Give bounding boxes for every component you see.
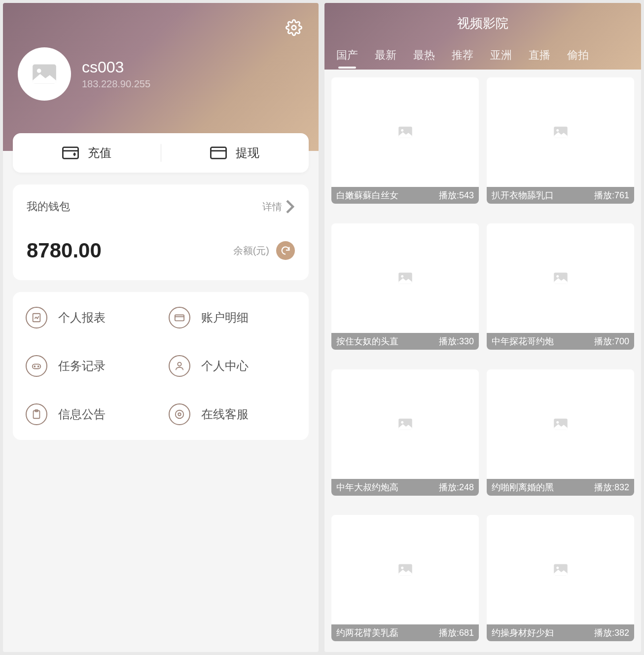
svg-rect-5 [211,147,226,159]
svg-point-12 [38,366,39,367]
svg-point-33 [556,567,559,569]
svg-rect-10 [33,364,41,368]
svg-point-0 [292,26,296,30]
theatre-panel: 视频影院 国产最新最热推荐亚洲直播偷拍 白嫩蘇蘇白丝女播放:543扒开衣物舔乳口… [324,3,641,652]
video-card[interactable]: 扒开衣物舔乳口播放:761 [487,77,634,204]
video-footer: 约操身材好少妇播放:382 [487,624,634,641]
video-title: 约两花臂美乳磊 [336,627,398,639]
image-placeholder-icon [32,63,57,85]
svg-point-17 [178,413,181,416]
gamepad-icon [26,355,47,377]
menu-customer-service[interactable]: 在线客服 [161,403,304,425]
settings-button[interactable] [284,18,304,37]
video-title: 扒开衣物舔乳口 [492,189,554,201]
video-footer: 白嫩蘇蘇白丝女播放:543 [331,187,479,204]
svg-point-27 [401,421,403,423]
video-plays: 播放:543 [439,189,474,201]
tab-直播[interactable]: 直播 [529,48,550,63]
svg-point-23 [401,275,403,278]
video-card[interactable]: 白嫩蘇蘇白丝女播放:543 [331,77,479,204]
video-plays: 播放:761 [594,189,629,201]
video-card[interactable]: 约操身材好少妇播放:382 [487,515,634,641]
withdraw-label: 提现 [236,145,259,161]
video-footer: 约两花臂美乳磊播放:681 [331,624,479,641]
svg-point-29 [556,421,559,423]
refresh-balance-button[interactable] [276,241,295,260]
image-placeholder-icon [553,418,568,431]
video-thumbnail [331,369,479,479]
menu-task-records[interactable]: 任务记录 [18,355,161,377]
image-placeholder-icon [398,126,413,139]
menu-label: 任务记录 [58,358,106,374]
svg-point-2 [37,69,41,73]
svg-point-21 [556,129,559,132]
avatar[interactable] [18,47,71,101]
video-plays: 播放:330 [439,335,474,347]
image-placeholder-icon [553,126,568,139]
withdraw-button[interactable]: 提现 [161,145,309,161]
video-card[interactable]: 约啪刚离婚的黑播放:832 [487,369,634,496]
video-plays: 播放:700 [594,335,629,347]
wallet-actions: 充值 提现 [13,133,309,173]
tab-最热[interactable]: 最热 [413,48,435,63]
menu-label: 个人报表 [58,310,106,326]
svg-point-11 [34,366,35,367]
tab-推荐[interactable]: 推荐 [452,48,473,63]
wallet-details-button[interactable]: 详情 [262,199,295,214]
svg-point-31 [401,567,403,569]
video-plays: 播放:382 [594,627,629,639]
video-thumbnail [331,515,479,624]
menu-personal-report[interactable]: 个人报表 [18,307,161,328]
video-card[interactable]: 按住女奴的头直播放:330 [331,223,479,350]
svg-rect-8 [175,315,184,321]
video-thumbnail [331,223,479,333]
menu-account-details[interactable]: 账户明细 [161,307,304,328]
wallet-balance-label: 余额(元) [233,244,269,257]
video-grid: 白嫩蘇蘇白丝女播放:543扒开衣物舔乳口播放:761按住女奴的头直播放:330中… [324,70,641,652]
theatre-tabs: 国产最新最热推荐亚洲直播偷拍 [324,48,641,70]
wallet-card: 我的钱包 详情 8780.00 余额(元) [13,184,309,280]
svg-rect-3 [63,147,78,159]
video-footer: 中年探花哥约炮播放:700 [487,333,634,350]
user-ip: 183.228.90.255 [82,78,150,90]
profile-info: cs003 183.228.90.255 [18,47,304,101]
video-title: 中年探花哥约炮 [492,335,554,347]
headset-icon [169,403,190,425]
image-placeholder-icon [553,563,568,576]
image-placeholder-icon [398,418,413,431]
card-icon [169,307,190,328]
svg-point-16 [176,410,184,419]
video-plays: 播放:248 [439,481,474,493]
image-placeholder-icon [398,272,413,285]
tab-国产[interactable]: 国产 [336,48,358,63]
menu-personal-center[interactable]: 个人中心 [161,355,304,377]
menu-notices[interactable]: 信息公告 [18,403,161,425]
gear-icon [286,19,302,36]
svg-point-25 [556,275,559,278]
video-footer: 中年大叔约炮高播放:248 [331,479,479,496]
video-footer: 按住女奴的头直播放:330 [331,333,479,350]
wallet-details-label: 详情 [262,200,282,214]
video-card[interactable]: 约两花臂美乳磊播放:681 [331,515,479,641]
tab-偷拍[interactable]: 偷拍 [567,48,589,63]
deposit-button[interactable]: 充值 [13,145,161,161]
tab-最新[interactable]: 最新 [375,48,396,63]
video-card[interactable]: 中年探花哥约炮播放:700 [487,223,634,350]
profile-panel: cs003 183.228.90.255 充值 提现 我的钱包 详情 [3,3,319,652]
menu-label: 在线客服 [201,406,249,422]
svg-point-19 [401,129,403,132]
video-title: 白嫩蘇蘇白丝女 [336,189,398,201]
tab-亚洲[interactable]: 亚洲 [490,48,512,63]
video-card[interactable]: 中年大叔约炮高播放:248 [331,369,479,496]
menu-grid: 个人报表 账户明细 任务记录 个人中心 信息公告 [13,292,309,440]
image-placeholder-icon [398,563,413,576]
video-thumbnail [331,77,479,187]
wallet-title: 我的钱包 [27,199,70,214]
username: cs003 [82,58,150,76]
deposit-label: 充值 [88,145,111,161]
chevron-right-icon [285,199,295,214]
withdraw-icon [210,146,227,160]
report-icon [26,307,47,328]
video-thumbnail [487,515,634,624]
refresh-icon [280,245,291,256]
